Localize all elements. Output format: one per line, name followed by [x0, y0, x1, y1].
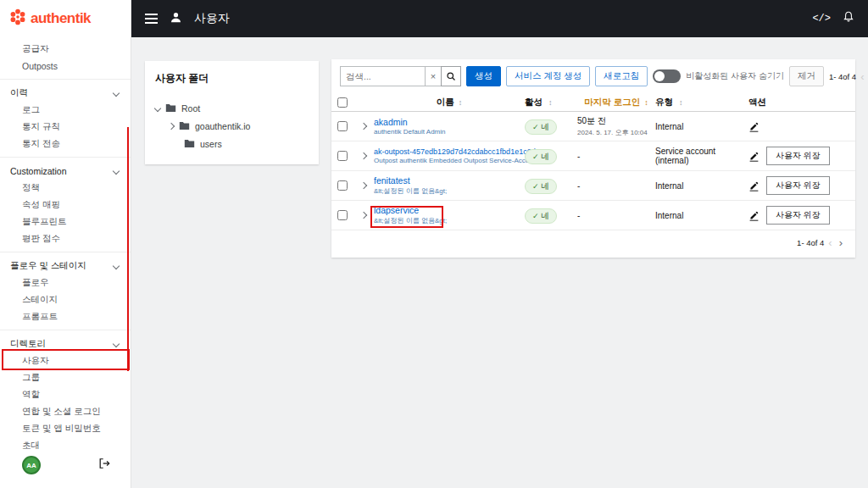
- sidebar-item-property-mappings[interactable]: 속성 매핑: [0, 197, 131, 214]
- sidebar-item-prompts[interactable]: 프롬프트: [0, 308, 131, 325]
- sidebar-item-notification-transports[interactable]: 통지 전송: [0, 136, 131, 152]
- section-label: 디렉토리: [10, 338, 46, 350]
- expand-row-icon[interactable]: [360, 123, 367, 130]
- column-header-type[interactable]: 유형: [655, 97, 673, 107]
- active-status-badge: ✓ 네: [525, 149, 557, 164]
- pagination-label: 1- 4of 4: [829, 72, 856, 81]
- pagination-bottom: 1- 4of 4 ‹ ›: [797, 237, 845, 248]
- pagination-next-icon[interactable]: ›: [837, 237, 845, 248]
- sort-icon[interactable]: ↕: [679, 98, 683, 107]
- folder-label: Root: [181, 103, 200, 114]
- sidebar-item-policies[interactable]: 정책: [0, 180, 131, 197]
- edit-icon[interactable]: [748, 121, 760, 132]
- table-row-ak-outpost: ak-outpost-457edb129d7d42cdabcc1fbd1e1c6…: [331, 141, 855, 171]
- page-title: 사용자: [194, 11, 230, 26]
- table-row-ldapservice: ldapservice &lt;설정된 이름 없음&gt; ✓ 네 - Inte…: [331, 201, 855, 230]
- user-name-link[interactable]: akadmin: [374, 117, 525, 127]
- sort-icon[interactable]: ↕: [548, 98, 553, 107]
- column-header-active[interactable]: 활성: [525, 97, 542, 107]
- sidebar-item-reputation[interactable]: 평판 점수: [0, 230, 131, 247]
- refresh-button[interactable]: 새로고침: [595, 66, 648, 86]
- user-name-link[interactable]: ak-outpost-457edb129d7d42cdabcc1fbd1e1c6…: [374, 147, 525, 156]
- sidebar-item-providers[interactable]: 공급자: [0, 41, 131, 58]
- sidebar-item-notification-rules[interactable]: 통지 규칙: [0, 119, 131, 136]
- folder-icon: [165, 103, 176, 114]
- search-icon[interactable]: [441, 66, 461, 86]
- sidebar-section-history[interactable]: 이력: [0, 84, 131, 102]
- column-header-last-login[interactable]: 마지막 로그인: [584, 97, 640, 108]
- sidebar-item-stages[interactable]: 스테이지: [0, 291, 131, 308]
- notification-bell-icon[interactable]: [843, 11, 854, 26]
- sidebar-item-users[interactable]: 사용자: [0, 352, 131, 369]
- tree-item-goauthentik[interactable]: goauthentik.io: [155, 117, 309, 135]
- sidebar-item-groups[interactable]: 그룹: [0, 369, 131, 386]
- row-checkbox[interactable]: [337, 210, 348, 220]
- edit-icon[interactable]: [748, 151, 760, 162]
- select-all-checkbox[interactable]: [337, 97, 348, 108]
- expand-row-icon[interactable]: [360, 152, 367, 159]
- user-folders-card: 사용자 폴더 Root goauthentik.io users: [145, 61, 319, 164]
- user-subtext: Outpost authentik Embedded Outpost Servi…: [374, 157, 525, 164]
- pagination-label: 1- 4of 4: [797, 238, 824, 247]
- chevron-down-icon: [154, 104, 161, 111]
- table-footer: 1- 4of 4 ‹ ›: [331, 230, 855, 255]
- sidebar-item-blueprints[interactable]: 블루프린트: [0, 214, 131, 230]
- sort-icon-active[interactable]: ↕: [644, 98, 648, 107]
- check-icon: ✓: [532, 212, 539, 220]
- main-content: 사용자 폴더 Root goauthentik.io users: [131, 37, 868, 488]
- sidebar-item-roles[interactable]: 역할: [0, 386, 131, 403]
- pagination-prev-icon[interactable]: ‹: [826, 237, 834, 248]
- sidebar-item-tokens-app-passwords[interactable]: 토큰 및 앱 비밀번호: [0, 420, 131, 437]
- badge-label: 네: [542, 211, 550, 222]
- sidebar-item-outposts[interactable]: Outposts: [0, 58, 131, 75]
- tree-item-users-folder[interactable]: users: [155, 135, 309, 152]
- authentik-flower-icon: [8, 8, 27, 30]
- sort-icon[interactable]: ↕: [459, 98, 463, 107]
- remove-button[interactable]: 제거: [789, 66, 824, 86]
- clear-search-icon[interactable]: ×: [425, 66, 441, 86]
- last-login-value: -: [577, 152, 655, 161]
- user-name-link[interactable]: fenitatest: [374, 175, 525, 186]
- sidebar-item-logs[interactable]: 로그: [0, 102, 131, 119]
- expand-row-icon[interactable]: [360, 212, 367, 219]
- tree-item-root[interactable]: Root: [155, 99, 309, 117]
- folder-icon: [179, 120, 190, 132]
- sidebar-item-federation-social-login[interactable]: 연합 및 소셜 로그인: [0, 403, 131, 420]
- hide-deactivated-toggle[interactable]: [653, 69, 681, 83]
- hamburger-menu-icon[interactable]: [145, 14, 158, 24]
- last-login-value: -: [577, 211, 655, 220]
- column-header-name[interactable]: 이름: [437, 97, 454, 108]
- badge-label: 네: [542, 181, 550, 192]
- table-row-fenitatest: fenitatest &lt;설정된 이름 없음&gt; ✓ 네 - Inter…: [331, 171, 855, 201]
- user-name-link[interactable]: ldapservice: [374, 205, 525, 215]
- chevron-down-icon: [113, 262, 120, 269]
- sidebar-section-flows-stages[interactable]: 플로우 및 스테이지: [0, 257, 131, 274]
- sidebar-nav: 공급자 Outposts 이력 로그 통지 규칙 통지 전송 Customiza…: [0, 37, 131, 452]
- avatar[interactable]: AA: [22, 456, 41, 474]
- edit-icon[interactable]: [748, 180, 760, 191]
- edit-icon[interactable]: [748, 210, 760, 221]
- pagination-prev-icon[interactable]: ‹: [858, 71, 866, 82]
- impersonate-button[interactable]: 사용자 위장: [766, 147, 830, 165]
- row-checkbox[interactable]: [337, 151, 348, 161]
- search-input[interactable]: [340, 66, 425, 86]
- api-browser-icon[interactable]: </>: [812, 13, 831, 25]
- impersonate-button[interactable]: 사용자 위장: [766, 176, 830, 195]
- sidebar-item-flows[interactable]: 플로우: [0, 274, 131, 291]
- create-button[interactable]: 생성: [466, 66, 501, 86]
- logo[interactable]: authentik: [0, 0, 131, 37]
- create-service-account-button[interactable]: 서비스 계정 생성: [506, 66, 590, 86]
- expand-row-icon[interactable]: [360, 182, 367, 189]
- logout-icon[interactable]: [98, 458, 110, 473]
- row-checkbox[interactable]: [337, 121, 348, 131]
- sidebar-item-invitations[interactable]: 초대: [0, 437, 131, 452]
- sidebar-section-customization[interactable]: Customization: [0, 162, 131, 180]
- chevron-right-icon: [168, 122, 175, 129]
- user-subtext: &lt;설정된 이름 없음&gt;: [374, 186, 525, 196]
- active-status-badge: ✓ 네: [525, 119, 557, 135]
- sidebar: authentik 공급자 Outposts 이력 로그 통지 규칙 통지 전송…: [0, 0, 131, 488]
- divider: [0, 252, 131, 252]
- row-checkbox[interactable]: [337, 180, 348, 191]
- sidebar-section-directory[interactable]: 디렉토리: [0, 335, 131, 352]
- impersonate-button[interactable]: 사용자 위장: [766, 206, 830, 225]
